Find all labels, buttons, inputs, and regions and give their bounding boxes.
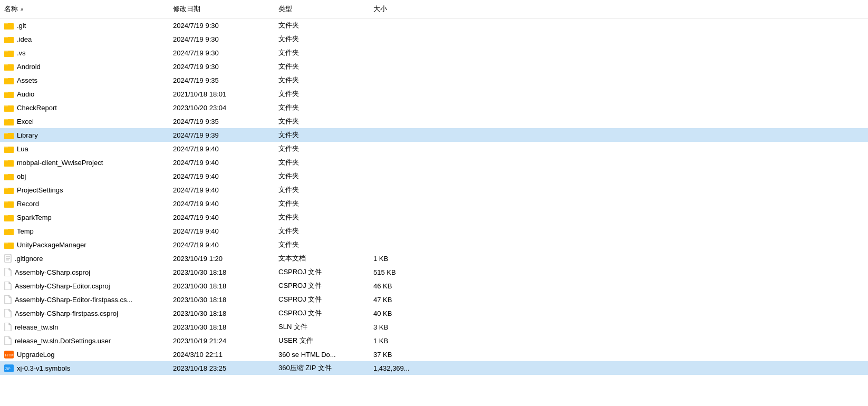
file-row[interactable]: .git 2024/7/19 9:30 文件夹 — [0, 18, 868, 32]
file-name-cell: Assembly-CSharp-Editor-firstpass.cs... — [0, 294, 169, 305]
file-icon — [4, 282, 12, 290]
folder-icon — [4, 159, 14, 167]
file-extra — [432, 271, 868, 273]
file-modified: 2023/10/20 23:04 — [169, 103, 274, 113]
file-type: 文件夹 — [274, 225, 369, 237]
file-row[interactable]: HTML UpgradeLog 2024/3/10 22:11 360 se H… — [0, 347, 868, 361]
file-name: Assembly-CSharp-Editor-firstpass.cs... — [15, 296, 132, 304]
file-extra — [432, 189, 868, 191]
file-row[interactable]: Assembly-CSharp-Editor-firstpass.cs... 2… — [0, 293, 868, 306]
file-extra — [432, 175, 868, 177]
file-row[interactable]: .vs 2024/7/19 9:30 文件夹 — [0, 46, 868, 60]
file-name: SparkTemp — [17, 214, 52, 221]
file-extra — [432, 52, 868, 54]
file-name: .idea — [17, 35, 32, 43]
file-row[interactable]: Audio 2021/10/18 18:01 文件夹 — [0, 87, 868, 101]
file-size: 37 KB — [369, 350, 432, 360]
folder-icon — [4, 22, 14, 30]
file-size — [369, 148, 432, 150]
file-name: Audio — [17, 90, 34, 98]
file-extra — [432, 120, 868, 122]
file-row[interactable]: SparkTemp 2024/7/19 9:40 文件夹 — [0, 210, 868, 224]
header-name[interactable]: 名称 ∧ — [0, 2, 169, 16]
file-size: 47 KB — [369, 295, 432, 305]
file-modified: 2023/10/30 18:18 — [169, 267, 274, 277]
file-name-cell: .vs — [0, 48, 169, 58]
file-type: 文件夹 — [274, 88, 369, 100]
file-name-cell: Record — [0, 199, 169, 209]
file-row[interactable]: Temp 2024/7/19 9:40 文件夹 — [0, 224, 868, 238]
file-extra — [432, 107, 868, 109]
file-modified: 2023/10/30 18:18 — [169, 281, 274, 291]
file-row[interactable]: Assembly-CSharp-firstpass.csproj 2023/10… — [0, 306, 868, 320]
file-name-cell: Audio — [0, 89, 169, 99]
file-size — [369, 216, 432, 218]
header-modified[interactable]: 修改日期 — [169, 2, 274, 16]
file-size — [369, 175, 432, 177]
file-size: 1 KB — [369, 336, 432, 346]
file-row[interactable]: Android 2024/7/19 9:30 文件夹 — [0, 60, 868, 73]
file-extra — [432, 24, 868, 26]
file-row[interactable]: ProjectSettings 2024/7/19 9:40 文件夹 — [0, 183, 868, 197]
file-row[interactable]: obj 2024/7/19 9:40 文件夹 — [0, 169, 868, 183]
file-row[interactable]: CheckReport 2023/10/20 23:04 文件夹 — [0, 101, 868, 114]
file-modified: 2024/7/19 9:30 — [169, 62, 274, 72]
file-size — [369, 52, 432, 54]
svg-rect-17 — [4, 92, 14, 98]
file-row[interactable]: .gitignore 2023/10/19 1:20 文本文档 1 KB — [0, 252, 868, 265]
file-icon — [4, 295, 12, 304]
file-name: release_tw.sln — [15, 323, 58, 331]
file-modified: 2024/7/19 9:30 — [169, 21, 274, 31]
file-name: UnityPackageManager — [17, 241, 86, 249]
file-name: Lua — [17, 145, 28, 153]
file-row[interactable]: release_tw.sln.DotSettings.user 2023/10/… — [0, 334, 868, 347]
file-row[interactable]: Assets 2024/7/19 9:35 文件夹 — [0, 73, 868, 87]
file-row[interactable]: Assembly-CSharp.csproj 2023/10/30 18:18 … — [0, 265, 868, 279]
file-row[interactable]: Record 2024/7/19 9:40 文件夹 — [0, 197, 868, 210]
svg-rect-11 — [4, 65, 14, 70]
folder-icon — [4, 172, 14, 180]
file-type: 文件夹 — [274, 170, 369, 182]
file-modified: 2023/10/19 1:20 — [169, 254, 274, 264]
header-size[interactable]: 大小 — [369, 2, 432, 16]
header-type[interactable]: 类型 — [274, 2, 369, 16]
file-modified: 2024/7/19 9:40 — [169, 171, 274, 181]
file-row[interactable]: Lua 2024/7/19 9:40 文件夹 — [0, 142, 868, 156]
file-modified: 2023/10/30 18:18 — [169, 295, 274, 305]
file-extra — [432, 326, 868, 328]
file-row[interactable]: UnityPackageManager 2024/7/19 9:40 文件夹 — [0, 238, 868, 252]
file-row[interactable]: ZIP xj-0.3-v1.symbols 2023/10/18 23:25 3… — [0, 361, 868, 375]
file-name-cell: Temp — [0, 226, 169, 236]
file-size — [369, 93, 432, 95]
file-size: 46 KB — [369, 281, 432, 291]
file-row[interactable]: Library 2024/7/19 9:39 文件夹 — [0, 128, 868, 142]
file-modified: 2024/7/19 9:40 — [169, 185, 274, 195]
file-extra — [432, 257, 868, 259]
file-extra — [432, 38, 868, 40]
file-row[interactable]: Excel 2024/7/19 9:35 文件夹 — [0, 114, 868, 128]
svg-rect-8 — [4, 51, 14, 56]
file-modified: 2024/7/19 9:40 — [169, 144, 274, 154]
folder-icon — [4, 227, 14, 235]
file-size — [369, 107, 432, 109]
file-size — [369, 79, 432, 81]
file-size: 1,432,369... — [369, 363, 432, 373]
file-row[interactable]: mobpal-client_WwiseProject 2024/7/19 9:4… — [0, 156, 868, 169]
file-row[interactable]: release_tw.sln 2023/10/30 18:18 SLN 文件 3… — [0, 320, 868, 334]
file-extra — [432, 148, 868, 150]
file-size — [369, 65, 432, 67]
file-modified: 2023/10/30 18:18 — [169, 322, 274, 332]
file-row[interactable]: Assembly-CSharp-Editor.csproj 2023/10/30… — [0, 279, 868, 293]
svg-rect-47 — [4, 229, 14, 235]
file-name: Assembly-CSharp-firstpass.csproj — [15, 310, 118, 317]
file-type: 文件夹 — [274, 33, 369, 45]
file-name-cell: mobpal-client_WwiseProject — [0, 158, 169, 168]
file-extra — [432, 216, 868, 218]
file-size — [369, 24, 432, 26]
file-modified: 2023/10/18 23:25 — [169, 363, 274, 373]
file-row[interactable]: .idea 2024/7/19 9:30 文件夹 — [0, 32, 868, 46]
file-name-cell: ZIP xj-0.3-v1.symbols — [0, 363, 169, 373]
file-size — [369, 202, 432, 205]
file-type: USER 文件 — [274, 335, 369, 346]
file-name-cell: CheckReport — [0, 103, 169, 113]
